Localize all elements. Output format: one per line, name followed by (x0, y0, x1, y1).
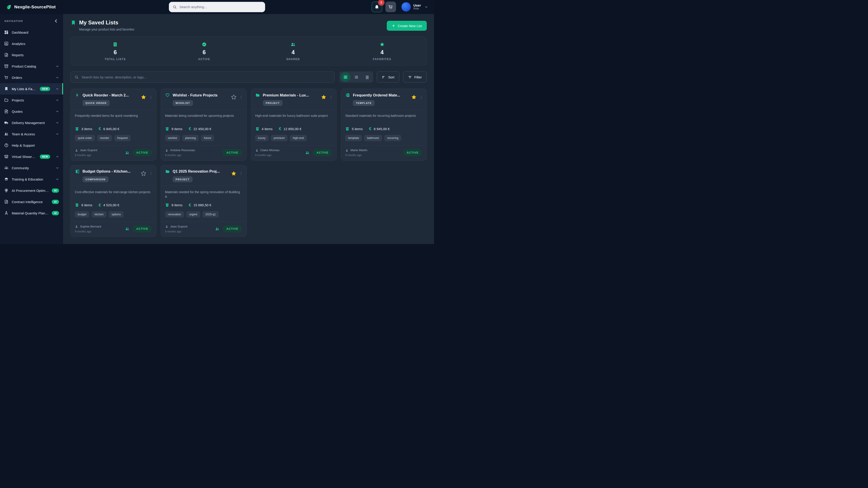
sidebar-item-help-support[interactable]: Help & Support (0, 140, 63, 151)
search-icon (173, 5, 177, 9)
view-compact-button[interactable] (362, 72, 372, 82)
contract-icon (4, 199, 8, 204)
owner-row: Jean Dupont (75, 149, 97, 152)
sidebar-item-label: Analytics (12, 42, 25, 46)
card-menu-button[interactable] (329, 95, 333, 99)
global-search-input[interactable] (180, 5, 261, 9)
sidebar-item-label: Community (12, 166, 29, 170)
sidebar-item-label: Team & Access (12, 132, 35, 136)
sidebar-nav: DashboardAnalyticsReportsProduct Catalog… (0, 27, 63, 244)
favorite-button[interactable] (231, 170, 237, 176)
sidebar-item-community[interactable]: Community (0, 162, 63, 173)
stat-value: 4 (380, 49, 383, 56)
sidebar-item-delivery-management[interactable]: Delivery Management (0, 117, 63, 128)
list-type-badge: QUICK ORDER (83, 100, 110, 106)
card-title: Wishlist - Future Projects (173, 93, 218, 97)
sidebar-item-orders[interactable]: Orders (0, 72, 63, 83)
filter-icon (408, 75, 412, 79)
items-count: 3 items (75, 127, 92, 131)
list-card[interactable]: Quick Reorder - March 2...QUICK ORDERFre… (70, 89, 156, 161)
plus-icon (392, 24, 395, 28)
brand: Nexgile-SourcePilot (6, 4, 56, 10)
kebab-icon (239, 171, 243, 175)
total-price: €6 845,00 € (98, 126, 119, 131)
chev-down-icon (56, 65, 59, 68)
view-list-button[interactable] (351, 72, 362, 82)
card-tags: templatebathroomrecurring (345, 135, 423, 141)
user-role: Role (413, 7, 421, 10)
owner-block: Antoine Rousseau9 months ago (165, 149, 195, 157)
card-title: Budget Options - Kitchen... (83, 169, 131, 173)
stat-label: ACTIVE (198, 58, 210, 61)
notifications-button[interactable]: 2 (372, 2, 382, 12)
sort-button[interactable]: Sort (377, 71, 399, 83)
sidebar-item-my-lists-favorites[interactable]: My Lists & FavoritesNEW (0, 83, 63, 94)
sidebar-item-training-education[interactable]: Training & Education (0, 173, 63, 185)
favorite-button[interactable] (141, 170, 147, 176)
card-menu-button[interactable] (419, 95, 423, 99)
list-card[interactable]: Premium Materials - Lux...PROJECTHigh-en… (251, 89, 337, 161)
sidebar-item-material-quantity-planner[interactable]: Material Quantity PlannerAI (0, 207, 63, 219)
list-type-badge: COMPARISON (83, 176, 108, 182)
favorite-button[interactable] (321, 94, 327, 100)
sidebar-item-label: Virtual Showrooms (12, 155, 37, 159)
euro-icon: € (189, 126, 191, 131)
card-menu-button[interactable] (149, 95, 153, 99)
owner-block: Marie Martin9 months ago (345, 149, 367, 157)
card-menu-button[interactable] (239, 171, 243, 175)
items-count-label: 9 items (172, 127, 182, 131)
sidebar-item-projects[interactable]: Projects (0, 94, 63, 106)
app-header: Nexgile-SourcePilot 2 User Role (0, 0, 434, 14)
list-card[interactable]: Budget Options - Kitchen...COMPARISONCos… (70, 165, 156, 237)
person-icon (165, 225, 168, 228)
view-grid-button[interactable] (340, 72, 350, 82)
card-footer: Jean Dupont9 months agoACTIVE (71, 145, 156, 160)
favorite-button[interactable] (141, 94, 147, 100)
owner-row: Sophie Bernard (75, 225, 101, 228)
page-subtitle: Manage your product lists and favorites (79, 28, 134, 31)
favorite-button[interactable] (411, 94, 417, 100)
chev-down-icon (56, 110, 59, 113)
sidebar-item-contract-intelligence[interactable]: Contract IntelligenceAI (0, 196, 63, 207)
favorite-button[interactable] (231, 94, 237, 100)
sidebar-item-virtual-showrooms[interactable]: Virtual ShowroomsNEW (0, 151, 63, 162)
items-count-label: 8 items (172, 203, 182, 207)
owner-row: Jean Dupont (165, 225, 188, 228)
sidebar-collapse-button[interactable] (54, 19, 59, 24)
card-header: Budget Options - Kitchen...COMPARISON (71, 165, 156, 186)
list-card[interactable]: Frequently Ordered Mate...TEMPLATEStanda… (341, 89, 427, 161)
chev-down-icon (56, 132, 59, 136)
card-header: Frequently Ordered Mate...TEMPLATE (341, 89, 427, 109)
card-title: Premium Materials - Lux... (263, 93, 309, 97)
card-menu-button[interactable] (149, 171, 153, 175)
sidebar-item-label: Projects (12, 98, 24, 102)
cart-button[interactable] (385, 2, 396, 12)
sidebar-item-team-access[interactable]: Team & Access (0, 128, 63, 140)
sidebar-item-label: Training & Education (12, 177, 43, 181)
tag: recurring (384, 135, 401, 141)
list-search-input[interactable] (82, 75, 331, 79)
list-search[interactable] (70, 71, 335, 83)
list-card[interactable]: Wishlist - Future ProjectsWISHLISTMateri… (161, 89, 247, 161)
stat-users-icon (125, 227, 129, 231)
sidebar-item-reports[interactable]: Reports (0, 49, 63, 61)
card-controls (141, 94, 153, 100)
sidebar-item-ai-procurement-optimizer[interactable]: AI Procurement OptimizerAI (0, 185, 63, 196)
items-box-icon (255, 127, 259, 131)
sidebar-item-analytics[interactable]: Analytics (0, 38, 63, 49)
folder-filled-icon (255, 93, 260, 98)
filter-button[interactable]: Filter (403, 71, 427, 83)
stat-value: 6 (114, 49, 117, 56)
sidebar-item-product-catalog[interactable]: Product Catalog (0, 61, 63, 72)
kebab-icon (419, 95, 423, 99)
card-footer: Marie Martin9 months agoACTIVE (341, 145, 427, 160)
card-header: Quick Reorder - March 2...QUICK ORDER (71, 89, 156, 109)
sidebar-item-dashboard[interactable]: Dashboard (0, 27, 63, 38)
global-search[interactable] (169, 2, 265, 12)
sidebar-item-quotes[interactable]: Quotes (0, 106, 63, 117)
create-new-list-button[interactable]: Create New List (387, 21, 427, 31)
list-card[interactable]: Q1 2025 Renovation Proj...PROJECTMateria… (161, 165, 247, 237)
card-menu-button[interactable] (239, 95, 243, 99)
star-outline-icon (231, 94, 237, 100)
user-menu[interactable]: User Role (401, 2, 428, 11)
